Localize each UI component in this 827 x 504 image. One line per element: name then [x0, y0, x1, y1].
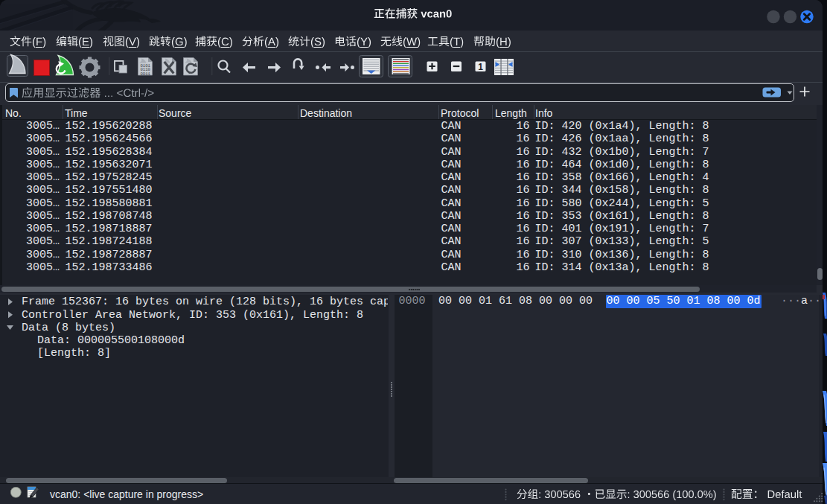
- svg-text:1: 1: [478, 62, 483, 72]
- svg-text:0011: 0011: [141, 71, 151, 77]
